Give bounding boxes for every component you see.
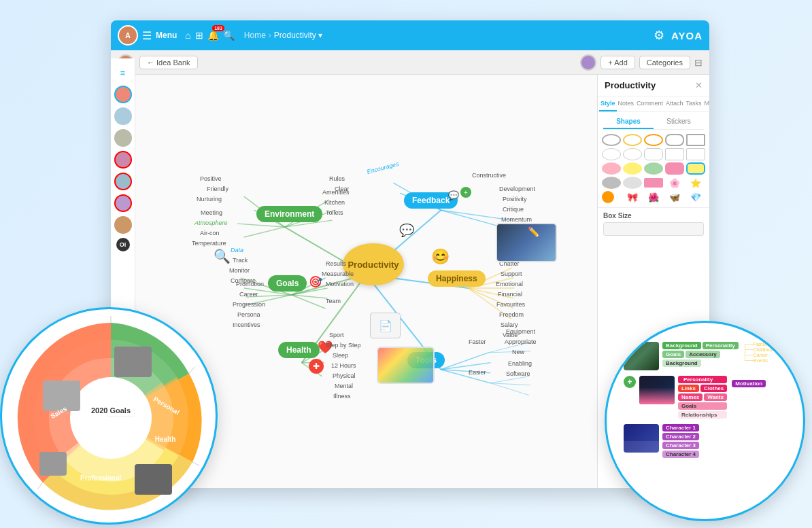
shape-cloud[interactable] [665, 134, 684, 146]
shapes-tab[interactable]: Shapes [603, 115, 654, 129]
branch-environment[interactable]: Environment [256, 206, 322, 222]
sidebar-icon-filter[interactable]: ≡ [114, 64, 132, 82]
breadcrumb-home[interactable]: Home [244, 31, 266, 40]
shape-fill-white5[interactable] [686, 148, 705, 160]
breadcrumb-sep: › [269, 31, 271, 40]
shape-fill-white[interactable] [602, 148, 621, 160]
shape-sticker1[interactable]: 🌸 [665, 177, 684, 189]
shape-orange[interactable] [602, 191, 614, 203]
sidebar-avatar-3[interactable] [114, 129, 132, 147]
tag-char1[interactable]: Character 1 [662, 424, 699, 432]
shape-oval-3[interactable] [644, 134, 663, 146]
panel-tabs: Style Notes Comment Attach Tasks More [598, 96, 709, 112]
shape-pink2[interactable] [665, 162, 684, 175]
sub-equipment: Equipment [506, 328, 535, 335]
notification-count: 183 [212, 25, 224, 31]
shape-sticker4[interactable]: 🌺 [644, 191, 663, 203]
sub-constructive: Constructive [472, 172, 506, 179]
shape-oval-2[interactable] [623, 134, 642, 146]
sidebar-avatar-5[interactable] [114, 173, 132, 190]
tag-goals-2[interactable]: Goals [678, 402, 727, 410]
tab-style[interactable]: Style [599, 96, 617, 111]
tag-clothes[interactable]: Clothes [700, 385, 727, 392]
branch-happiness[interactable]: Happiness [428, 270, 486, 287]
sub-atmosphere: Atmosphere [194, 219, 228, 226]
categories-button[interactable]: Categories [639, 56, 690, 69]
sub-progression: Progression [233, 301, 265, 308]
tag-links[interactable]: Links [678, 385, 699, 392]
shape-sticker5[interactable]: 🦋 [665, 191, 684, 203]
svg-line-48 [37, 482, 43, 489]
tab-tasks[interactable]: Tasks [685, 96, 703, 111]
grid-icon[interactable]: ⊞ [195, 30, 203, 41]
tab-more[interactable]: More [703, 96, 709, 111]
tab-notes[interactable]: Notes [617, 96, 636, 111]
tag-background-2[interactable]: Background [662, 359, 701, 367]
sub-toolbar-right: + Add Categories ⊟ [580, 54, 703, 71]
shape-sticker2[interactable]: ⭐ [686, 177, 705, 189]
shape-fill-white4[interactable] [665, 148, 684, 160]
settings-icon[interactable]: ⚙ [654, 28, 664, 43]
sub-toolbar-avatar-right[interactable] [580, 54, 596, 71]
tag-accessory-1[interactable]: Accessory [686, 351, 720, 358]
top-bar: A ☰ Menu ⌂ ⊞ 🔔 183 🔍 Home › Productivity… [111, 20, 709, 50]
sidebar-avatar-2[interactable] [114, 107, 132, 125]
rz-photo-2 [639, 376, 675, 404]
hamburger-icon[interactable]: ☰ [142, 29, 152, 42]
stickers-tab[interactable]: Stickers [654, 115, 704, 129]
tag-char2[interactable]: Character 2 [662, 433, 699, 440]
panel-close-icon[interactable]: ✕ [695, 80, 703, 90]
tag-relationships[interactable]: Relationships [678, 411, 727, 419]
sidebar-avatar-7[interactable] [114, 216, 132, 234]
tab-attach[interactable]: Attach [664, 96, 685, 111]
shape-green[interactable] [644, 162, 663, 175]
filter-icon[interactable]: ⊟ [694, 57, 703, 68]
shape-pink3[interactable] [644, 178, 663, 188]
sidebar-avatar-8[interactable]: OI [116, 238, 130, 251]
tag-background-1[interactable]: Background [662, 342, 701, 349]
tab-comment[interactable]: Comment [635, 96, 664, 111]
menu-label[interactable]: Menu [156, 31, 177, 40]
sidebar-avatar-1[interactable] [114, 86, 132, 103]
branch-health[interactable]: Health [278, 342, 320, 358]
notification-badge[interactable]: 🔔 183 [207, 29, 219, 41]
branch-goals[interactable]: Goals [268, 275, 307, 292]
box-size-controls [603, 222, 704, 236]
sub-freedom: Freedom [499, 311, 524, 318]
shape-gray2[interactable] [623, 177, 642, 189]
tag-names[interactable]: Names [678, 393, 703, 401]
tag-personality-2[interactable]: Personality [678, 376, 727, 383]
tag-wants[interactable]: Wants [704, 393, 727, 401]
sub-momentum: Momentum [501, 216, 532, 223]
search-icon[interactable]: 🔍 [223, 30, 235, 41]
breadcrumb-current[interactable]: Productivity ▾ [274, 31, 322, 40]
home-icon[interactable]: ⌂ [185, 30, 190, 41]
tag-char3[interactable]: Character 3 [662, 442, 699, 449]
tag-personality-1[interactable]: Personality [703, 342, 739, 349]
shape-yellow2[interactable] [686, 162, 705, 175]
tag-char4[interactable]: Character 4 [662, 451, 699, 458]
tag-goals-1[interactable]: Goals [662, 351, 684, 358]
shape-sticker3[interactable]: 🎀 [623, 191, 642, 203]
sub-meeting: Meeting [201, 209, 222, 216]
breadcrumb: Home › Productivity ▾ [244, 31, 322, 40]
idea-bank-btn[interactable]: ← Idea Bank [139, 56, 198, 69]
sub-support: Support [501, 270, 522, 277]
shape-pink[interactable] [602, 162, 621, 175]
shape-yellow[interactable] [623, 162, 642, 175]
tag-motivation[interactable]: Motivation [732, 380, 766, 387]
add-button[interactable]: + Add [600, 56, 635, 69]
sidebar-avatar-6[interactable] [114, 194, 132, 212]
rz-section-2: + Personality Links Clothes Names Wants … [624, 376, 786, 419]
central-node[interactable]: Productivity [343, 243, 404, 285]
shape-fill-white3[interactable] [644, 148, 663, 160]
rz-add-btn[interactable]: + [624, 376, 636, 388]
shape-sticker6[interactable]: 💎 [686, 191, 705, 203]
feedback-plus-icon: + [460, 187, 471, 198]
user-avatar[interactable]: A [118, 25, 138, 46]
shape-oval-1[interactable] [602, 134, 621, 146]
shape-rect[interactable] [686, 134, 705, 146]
shape-gray[interactable] [602, 177, 621, 189]
sidebar-avatar-4[interactable] [114, 151, 132, 169]
shape-fill-white2[interactable] [623, 148, 642, 160]
